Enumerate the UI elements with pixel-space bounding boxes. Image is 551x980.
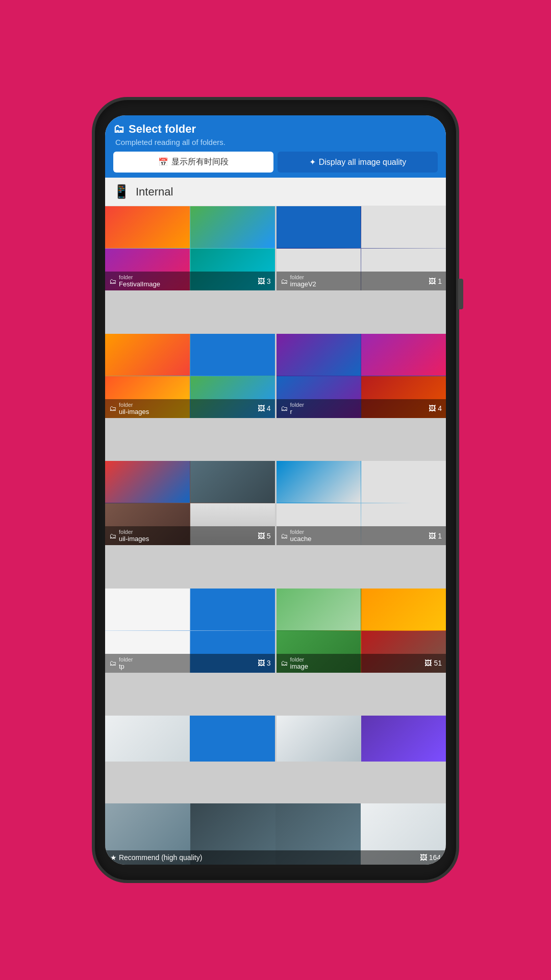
image-count-icon: 🖼 xyxy=(258,532,265,540)
phone-storage-icon: 📱 xyxy=(113,184,130,200)
folder-name: uil-images xyxy=(119,535,149,543)
folder-count-value: 51 xyxy=(434,659,442,667)
folder-prefix: folder xyxy=(119,656,133,663)
folder-name: ucache xyxy=(290,535,312,543)
folder-name: imageV2 xyxy=(290,280,316,288)
image-count-icon: 🖼 xyxy=(429,532,436,540)
recommend-label: ★ Recommend (high quality) 🖼 164 xyxy=(105,850,446,865)
folder-name: r xyxy=(290,408,305,415)
folder-count-value: 4 xyxy=(267,404,271,412)
folder-prefix: folder xyxy=(290,656,308,663)
folder-count-value: 3 xyxy=(267,277,271,285)
folder-image[interactable]: 🗂 folder image 🖼 51 xyxy=(277,589,446,673)
folder-name: FestivalImage xyxy=(119,280,160,288)
folder-tp[interactable]: 🗂 folder tp 🖼 3 xyxy=(105,589,275,673)
image-count-icon: 🖼 xyxy=(258,659,265,667)
folder-partial-left[interactable] xyxy=(105,716,275,762)
folder-name: image xyxy=(290,663,308,670)
recommend-row[interactable]: ★ Recommend (high quality) 🖼 164 xyxy=(105,803,446,865)
folder-count-value: 5 xyxy=(267,532,271,540)
folder-prefix: folder xyxy=(119,402,149,408)
phone-screen: 🗂 Select folder Completed reading all of… xyxy=(105,115,446,865)
folder-count-value: 3 xyxy=(267,659,271,667)
folder-prefix: folder xyxy=(119,529,149,535)
recommend-count-icon: 🖼 xyxy=(420,853,427,862)
folder-partial-right[interactable] xyxy=(277,716,446,762)
section-header: 📱 Internal xyxy=(105,178,446,206)
image-count-icon: 🖼 xyxy=(258,277,265,285)
folder-icon-small: 🗂 xyxy=(109,404,116,412)
folder-icon-small: 🗂 xyxy=(281,404,288,412)
folder-imagev2[interactable]: 🗂 folder imageV2 🖼 1 xyxy=(277,206,446,290)
image-count-icon: 🖼 xyxy=(429,277,436,285)
image-count-icon: 🖼 xyxy=(429,404,436,412)
folder-icon-small: 🗂 xyxy=(281,277,288,285)
folder-name: uil-images xyxy=(119,408,149,415)
folder-icon: 🗂 xyxy=(113,122,124,136)
folder-r[interactable]: 🗂 folder r 🖼 4 xyxy=(277,334,446,418)
recommend-label-text: ★ Recommend (high quality) xyxy=(110,853,202,862)
calendar-icon: 📅 xyxy=(158,157,168,167)
folder-prefix: folder xyxy=(119,274,160,280)
folder-count-value: 4 xyxy=(438,404,442,412)
btn-quality-label: Display all image quality xyxy=(319,158,407,167)
show-quality-button[interactable]: ✦ Display all image quality xyxy=(278,152,438,173)
folder-prefix: folder xyxy=(290,274,316,280)
folder-name: tp xyxy=(119,663,133,670)
folder-icon-small: 🗂 xyxy=(281,659,288,667)
header-title: Select folder xyxy=(129,122,196,136)
folder-prefix: folder xyxy=(290,529,312,535)
power-button[interactable] xyxy=(458,279,463,309)
section-title: Internal xyxy=(136,185,173,199)
folder-ucache[interactable]: 🗂 folder ucache 🖼 1 xyxy=(277,461,446,545)
header-title-row: 🗂 Select folder xyxy=(113,122,438,136)
folder-uil-images-1[interactable]: 🗂 folder uil-images 🖼 4 xyxy=(105,334,275,418)
quality-icon: ✦ xyxy=(309,157,316,167)
recommend-count: 🖼 164 xyxy=(420,853,441,862)
folder-prefix: folder xyxy=(290,402,305,408)
folder-icon-small: 🗂 xyxy=(281,532,288,540)
btn-date-label: 显示所有时间段 xyxy=(171,157,229,167)
folder-count-value: 1 xyxy=(438,277,442,285)
show-date-button[interactable]: 📅 显示所有时间段 xyxy=(113,152,273,173)
folder-uil-images-2[interactable]: 🗂 folder uil-images 🖼 5 xyxy=(105,461,275,545)
folder-count-value: 1 xyxy=(438,532,442,540)
folder-icon-small: 🗂 xyxy=(109,659,116,667)
buttons-row: 📅 显示所有时间段 ✦ Display all image quality xyxy=(113,152,438,173)
folder-festivalimage[interactable]: 🗂 folder FestivalImage 🖼 3 xyxy=(105,206,275,290)
image-count-icon: 🖼 xyxy=(424,659,432,667)
folder-icon-small: 🗂 xyxy=(109,277,116,285)
app-header: 🗂 Select folder Completed reading all of… xyxy=(105,115,446,178)
recommend-count-value: 164 xyxy=(429,853,441,862)
folder-icon-small: 🗂 xyxy=(109,532,116,540)
image-count-icon: 🖼 xyxy=(258,404,265,412)
folders-grid: 🗂 folder FestivalImage 🖼 3 xyxy=(105,206,446,803)
header-subtitle: Completed reading all of folders. xyxy=(115,138,438,146)
phone-frame: 🗂 Select folder Completed reading all of… xyxy=(92,97,459,883)
